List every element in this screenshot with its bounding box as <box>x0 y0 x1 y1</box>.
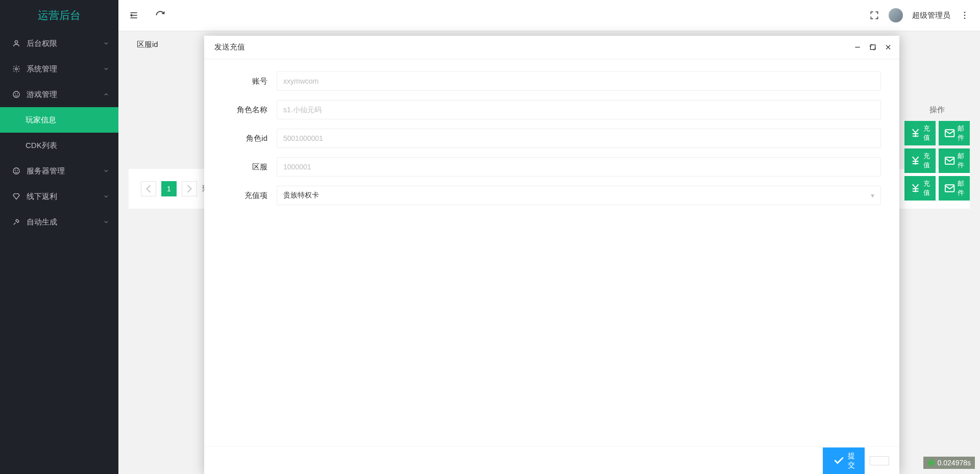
sidebar-item-label: 自动生成 <box>27 217 57 227</box>
modal-titlebar: 发送充值 <box>204 36 899 59</box>
mail-button[interactable]: 邮件 <box>939 176 970 201</box>
account-input[interactable] <box>277 71 881 91</box>
svg-point-5 <box>13 168 19 174</box>
sidebar-item-label: CDK列表 <box>26 141 57 151</box>
fullscreen-icon[interactable] <box>869 10 879 20</box>
sidebar-item-system[interactable]: 系统管理 <box>0 56 118 82</box>
chevron-up-icon <box>103 90 109 99</box>
user-icon <box>12 39 20 47</box>
modal-body: 账号 角色名称 角色id 区服 充值项 贵族特权卡 ▾ <box>204 59 899 446</box>
chevron-down-icon <box>103 192 109 201</box>
table-row: 充值 邮件 <box>904 121 970 145</box>
recharge-modal: 发送充值 账号 角色名称 角色id 区服 充值项 贵族特权卡 ▾ <box>204 36 899 474</box>
zone-input[interactable] <box>277 157 881 177</box>
mail-button[interactable]: 邮件 <box>939 148 970 173</box>
ops-header: 操作 <box>904 102 970 118</box>
diamond-icon <box>12 192 20 201</box>
item-select-value: 贵族特权卡 <box>283 191 319 200</box>
sidebar-item-label: 游戏管理 <box>27 90 57 99</box>
rolename-input[interactable] <box>277 100 881 119</box>
form-row-account: 账号 <box>223 71 881 91</box>
recharge-button[interactable]: 充值 <box>904 121 936 145</box>
sidebar-item-admin[interactable]: 后台权限 <box>0 31 118 56</box>
modal-footer: 提交 <box>204 446 899 474</box>
chevron-down-icon <box>103 65 109 73</box>
table-row: 充值 邮件 <box>904 148 970 173</box>
svg-point-6 <box>15 170 16 170</box>
leaf-icon <box>927 459 936 467</box>
form-row-item: 充值项 贵族特权卡 ▾ <box>223 186 881 205</box>
account-label: 账号 <box>223 77 277 86</box>
refresh-icon[interactable] <box>155 10 165 20</box>
svg-point-0 <box>15 41 17 43</box>
sidebar-item-players[interactable]: 玩家信息 <box>0 107 118 133</box>
submit-button[interactable]: 提交 <box>823 447 865 474</box>
sidebar-item-game[interactable]: 游戏管理 <box>0 82 118 107</box>
svg-point-3 <box>15 93 16 94</box>
sidebar-item-rebate[interactable]: 线下返利 <box>0 184 118 209</box>
svg-point-8 <box>964 12 966 13</box>
modal-title-text: 发送充值 <box>214 42 245 52</box>
minimize-icon[interactable] <box>853 42 862 53</box>
mail-button[interactable]: 邮件 <box>939 121 970 145</box>
face-icon <box>12 167 20 175</box>
zone-id-label: 区服id <box>137 40 158 49</box>
svg-point-4 <box>17 93 18 94</box>
sidebar-item-label: 后台权限 <box>27 39 57 48</box>
page-prev-button[interactable] <box>141 181 156 196</box>
menu-collapse-icon[interactable] <box>129 10 139 20</box>
sidebar-item-autogen[interactable]: 自动生成 <box>0 209 118 235</box>
roleid-input[interactable] <box>277 129 881 148</box>
header: 超级管理员 <box>118 0 980 31</box>
chevron-down-icon <box>103 39 109 48</box>
tool-icon <box>12 218 20 226</box>
page-number-button[interactable]: 1 <box>161 181 177 196</box>
perf-badge-2: 0.024978s <box>923 457 975 469</box>
roleid-label: 角色id <box>223 134 277 143</box>
sidebar-item-cdk[interactable]: CDK列表 <box>0 133 118 158</box>
header-right-tools: 超级管理员 <box>869 8 970 22</box>
chevron-down-icon <box>103 167 109 176</box>
table-row: 充值 邮件 <box>904 176 970 201</box>
recharge-button[interactable]: 充值 <box>904 176 936 201</box>
gear-icon <box>12 65 20 73</box>
page-next-button[interactable] <box>182 181 197 196</box>
dropdown-arrow-icon: ▾ <box>871 191 874 199</box>
chevron-down-icon <box>103 218 109 227</box>
maximize-icon[interactable] <box>869 42 877 53</box>
avatar[interactable] <box>889 8 903 22</box>
username[interactable]: 超级管理员 <box>912 11 950 20</box>
window-controls <box>853 42 892 53</box>
svg-point-9 <box>964 15 966 16</box>
rolename-label: 角色名称 <box>223 105 277 115</box>
sidebar-item-label: 系统管理 <box>27 64 57 74</box>
header-left-tools <box>129 10 165 20</box>
sidebar-item-label: 玩家信息 <box>26 115 56 125</box>
face-icon <box>12 90 20 98</box>
sidebar: 运营后台 后台权限 系统管理 游戏管理 玩家信息 CDK列表 服务器管理 <box>0 0 118 474</box>
form-row-roleid: 角色id <box>223 129 881 148</box>
close-icon[interactable] <box>884 42 892 53</box>
svg-point-1 <box>15 68 17 70</box>
more-icon[interactable] <box>960 10 970 20</box>
logo: 运营后台 <box>0 0 118 31</box>
nav-menu: 后台权限 系统管理 游戏管理 玩家信息 CDK列表 服务器管理 线下返利 <box>0 31 118 235</box>
sidebar-item-label: 服务器管理 <box>27 166 65 176</box>
zone-label: 区服 <box>223 162 277 172</box>
form-row-rolename: 角色名称 <box>223 100 881 119</box>
ops-column: 操作 充值 邮件 充值 邮件 充值 邮件 <box>904 102 970 201</box>
svg-rect-14 <box>870 45 875 49</box>
recharge-button[interactable]: 充值 <box>904 148 936 173</box>
sidebar-item-server[interactable]: 服务器管理 <box>0 158 118 184</box>
svg-point-2 <box>13 91 19 97</box>
form-row-zone: 区服 <box>223 157 881 177</box>
svg-point-7 <box>17 170 18 170</box>
perf-time-2: 0.024978s <box>938 459 971 467</box>
item-select[interactable]: 贵族特权卡 ▾ <box>277 186 881 205</box>
item-label: 充值项 <box>223 191 277 201</box>
cancel-button[interactable] <box>870 456 889 465</box>
svg-point-10 <box>964 18 966 19</box>
sidebar-item-label: 线下返利 <box>27 192 57 202</box>
